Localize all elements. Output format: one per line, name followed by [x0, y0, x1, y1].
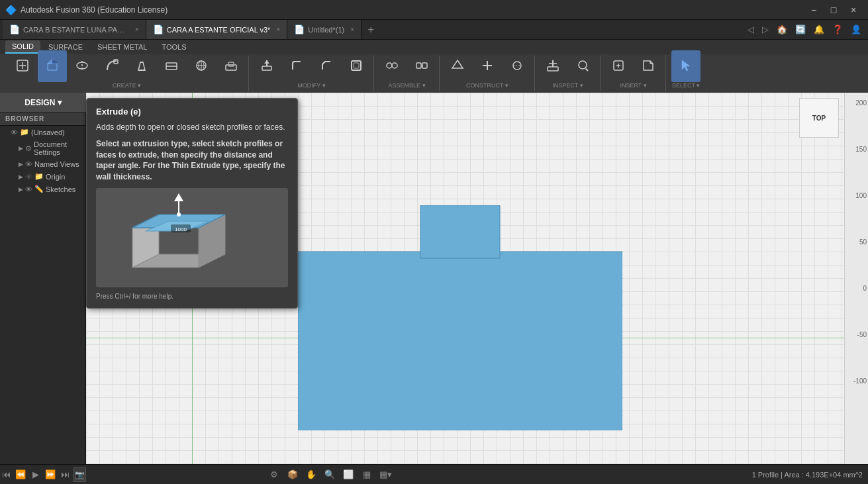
chamfer-icon — [319, 58, 334, 75]
construct-btn-2[interactable] — [473, 50, 502, 82]
insert-btn-1[interactable] — [604, 50, 633, 82]
tab-close-icon-3[interactable]: × — [350, 26, 354, 33]
tab-sync-icon[interactable]: 🔄 — [793, 23, 808, 36]
revolve-button[interactable] — [68, 50, 97, 82]
select-group: SELECT ▾ — [667, 56, 705, 91]
design-dropdown[interactable]: DESIGN ▾ — [0, 93, 86, 113]
assemble-icon-2 — [414, 58, 429, 75]
assemble-label[interactable]: ASSEMBLE ▾ — [385, 82, 428, 89]
sidebar-item-docsettings[interactable]: ▶ ⚙ Document Settings — [0, 138, 85, 158]
assemble-btn-1[interactable] — [377, 50, 407, 82]
tab-untitled[interactable]: 📄 Untitled*(1) × — [287, 20, 362, 39]
unsaved-label: (Unsaved) — [31, 128, 65, 136]
playback-end-button[interactable]: ⏭ — [59, 467, 71, 482]
create-label[interactable]: CREATE ▾ — [110, 82, 144, 89]
tab-user-icon[interactable]: 👤 — [848, 23, 864, 36]
press-pull-button[interactable] — [252, 50, 281, 82]
minimize-button[interactable]: − — [804, 1, 823, 19]
modify-label[interactable]: MODIFY ▾ — [295, 82, 328, 89]
inspect-icon-1 — [546, 58, 560, 75]
inspect-btn-1[interactable] — [538, 50, 567, 82]
chamfer-button[interactable] — [312, 50, 341, 82]
tab-help-icon[interactable]: ❓ — [830, 23, 845, 36]
fillet-button[interactable] — [282, 50, 311, 82]
sidebar-item-origin[interactable]: ▶ 👁 📁 Origin — [0, 170, 85, 183]
construct-btn-3[interactable] — [503, 50, 532, 82]
inspect-btn-2[interactable] — [568, 50, 597, 82]
eye-icon-2[interactable]: 👁 — [25, 160, 32, 168]
tab-scroll-right-icon[interactable]: ▷ — [759, 23, 771, 36]
maximize-button[interactable]: □ — [824, 1, 843, 19]
toolbar: SOLID SURFACE SHEET METAL TOOLS — [0, 40, 868, 93]
grid-icon[interactable]: ▦ — [360, 467, 374, 482]
gear-icon: ⚙ — [25, 144, 32, 153]
pan-icon[interactable]: ✋ — [304, 467, 318, 482]
tab-controls: ◁ ▷ 🏠 🔄 🔔 ❓ 👤 — [745, 20, 868, 39]
construct-btn-1[interactable] — [443, 50, 472, 82]
grid-dropdown-icon[interactable]: ▦▾ — [378, 467, 393, 482]
select-btn-1[interactable] — [671, 50, 700, 82]
tab-scroll-left-icon[interactable]: ◁ — [745, 23, 757, 36]
svg-rect-36 — [548, 67, 558, 71]
svg-marker-23 — [264, 60, 269, 64]
origin-label: Origin — [46, 173, 65, 181]
svg-rect-29 — [422, 63, 427, 68]
web-button[interactable] — [187, 50, 216, 82]
tab-cara-a[interactable]: 📄 CARA A ESTANTE OFICIAL v3* × — [146, 20, 287, 39]
inspect-icon-2 — [575, 58, 590, 75]
loft-button[interactable] — [127, 50, 156, 82]
tab-close-icon[interactable]: × — [135, 26, 139, 33]
sweep-button[interactable] — [97, 50, 126, 82]
settings-icon[interactable]: ⚙ — [267, 467, 281, 482]
construct-label[interactable]: CONSTRUCT ▾ — [463, 82, 511, 89]
eye-icon[interactable]: 👁 — [11, 128, 18, 136]
ruler-tick-neg50: -50 — [844, 331, 868, 338]
tab-notify-icon[interactable]: 🔔 — [811, 23, 827, 36]
statusbar-right: 1 Profile | Area : 4.193E+04 mm^2 — [752, 471, 863, 479]
sidebar-item-namedviews[interactable]: ▶ 👁 Named Views — [0, 158, 85, 170]
insert-buttons — [604, 50, 663, 82]
new-component-button[interactable] — [8, 50, 37, 82]
insert-btn-2[interactable] — [634, 50, 663, 82]
titlebar-left: 🔷 Autodesk Fusion 360 (Education License… — [5, 5, 168, 15]
extrude-button[interactable] — [38, 50, 67, 82]
playback-start-button[interactable]: ⏮ — [0, 467, 12, 482]
ruler-tick-0: 0 — [844, 285, 868, 292]
svg-point-26 — [387, 63, 392, 68]
app-title: Autodesk Fusion 360 (Education License) — [21, 5, 168, 15]
top-view-box[interactable]: TOP — [799, 98, 839, 138]
svg-marker-44 — [644, 61, 653, 70]
toolbar-buttons-row: CREATE ▾ — [0, 54, 868, 93]
assemble-buttons — [377, 50, 436, 82]
zoom-icon[interactable]: 🔍 — [322, 467, 337, 482]
add-tab-button[interactable]: + — [362, 20, 380, 39]
sidebar-item-unsaved[interactable]: 👁 📁 (Unsaved) — [0, 126, 85, 138]
assemble-btn-2[interactable] — [407, 50, 436, 82]
tab-home-icon[interactable]: 🏠 — [774, 23, 790, 36]
emboss-button[interactable] — [217, 50, 246, 82]
playback-next-button[interactable]: ⏩ — [44, 467, 56, 482]
tab-close-icon-2[interactable]: × — [276, 26, 280, 33]
sidebar-item-sketches[interactable]: ▶ 👁 ✏️ Sketches — [0, 183, 85, 195]
svg-marker-10 — [138, 62, 145, 70]
playback-play-button[interactable]: ▶ — [30, 467, 42, 482]
hidden-eye-icon[interactable]: 👁 — [25, 173, 32, 181]
tab-cara-b[interactable]: 📄 CARA B ESTANTE LUNA PARTE ATRAS v2* × — [3, 20, 146, 39]
docsettings-label: Document Settings — [34, 140, 83, 156]
create-buttons — [8, 50, 246, 82]
playback-prev-button[interactable]: ⏪ — [15, 467, 26, 482]
tooltip-title: Extrude (e) — [96, 107, 288, 117]
ruler-tick-200: 200 — [844, 99, 868, 107]
close-button[interactable]: × — [844, 1, 863, 19]
select-label[interactable]: SELECT ▾ — [669, 82, 702, 89]
package-icon[interactable]: 📦 — [285, 467, 300, 482]
rib-button[interactable] — [157, 50, 186, 82]
shell-button[interactable] — [342, 50, 371, 82]
press-pull-icon — [260, 58, 274, 75]
view-icon[interactable]: ⬜ — [341, 467, 356, 482]
insert-label[interactable]: INSERT ▾ — [617, 82, 649, 89]
eye-icon-3[interactable]: 👁 — [25, 185, 32, 193]
camera-icon[interactable]: 📷 — [73, 467, 86, 482]
inspect-label[interactable]: INSPECT ▾ — [550, 82, 585, 89]
ruler-right: 200 150 100 50 0 -50 -100 — [844, 93, 868, 464]
